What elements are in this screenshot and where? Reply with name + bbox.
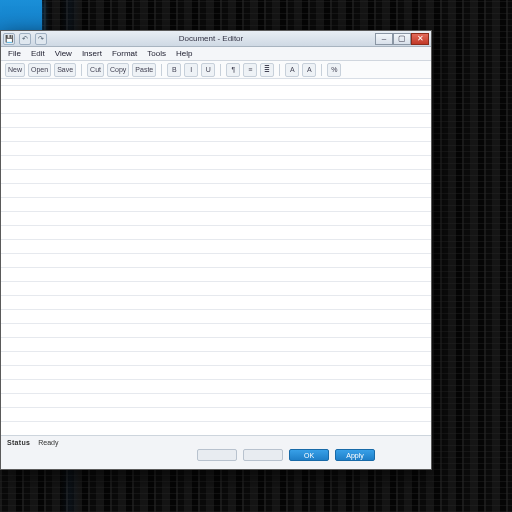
- footer-button-2[interactable]: [243, 449, 283, 461]
- save-button[interactable]: Save: [54, 63, 76, 77]
- menu-insert[interactable]: Insert: [79, 48, 105, 59]
- close-button[interactable]: ✕: [411, 33, 429, 45]
- apply-button[interactable]: Apply: [335, 449, 375, 461]
- bold-button[interactable]: B: [167, 63, 181, 77]
- window-controls: – ▢ ✕: [375, 33, 429, 45]
- open-button[interactable]: Open: [28, 63, 51, 77]
- font-increase-icon[interactable]: A: [285, 63, 299, 77]
- undo-icon[interactable]: ↶: [19, 33, 31, 45]
- minimize-button[interactable]: –: [375, 33, 393, 45]
- status-buttons: OK Apply: [197, 449, 375, 461]
- align-left-icon[interactable]: ≡: [243, 63, 257, 77]
- quick-access-toolbar: 💾 ↶ ↷: [3, 33, 47, 45]
- new-button[interactable]: New: [5, 63, 25, 77]
- window-title: Document - Editor: [47, 34, 375, 43]
- toolbar-separator: [321, 64, 322, 76]
- italic-button[interactable]: I: [184, 63, 198, 77]
- menu-edit[interactable]: Edit: [28, 48, 48, 59]
- toolbar: New Open Save Cut Copy Paste B I U ¶ ≡ ≣…: [1, 61, 431, 79]
- menu-help[interactable]: Help: [173, 48, 195, 59]
- paste-button[interactable]: Paste: [132, 63, 156, 77]
- font-decrease-icon[interactable]: A: [302, 63, 316, 77]
- menubar: File Edit View Insert Format Tools Help: [1, 47, 431, 61]
- toolbar-separator: [220, 64, 221, 76]
- status-secondary: Ready: [38, 439, 58, 446]
- copy-button[interactable]: Copy: [107, 63, 129, 77]
- menu-format[interactable]: Format: [109, 48, 140, 59]
- document-area[interactable]: [1, 79, 431, 435]
- menu-tools[interactable]: Tools: [144, 48, 169, 59]
- zoom-icon[interactable]: %: [327, 63, 341, 77]
- footer-button-1[interactable]: [197, 449, 237, 461]
- titlebar[interactable]: 💾 ↶ ↷ Document - Editor – ▢ ✕: [1, 31, 431, 47]
- paragraph-icon[interactable]: ¶: [226, 63, 240, 77]
- cut-button[interactable]: Cut: [87, 63, 104, 77]
- menu-view[interactable]: View: [52, 48, 75, 59]
- toolbar-separator: [81, 64, 82, 76]
- save-icon[interactable]: 💾: [3, 33, 15, 45]
- app-window: 💾 ↶ ↷ Document - Editor – ▢ ✕ File Edit …: [0, 30, 432, 470]
- statusbar: Status Ready OK Apply: [1, 435, 431, 469]
- toolbar-separator: [161, 64, 162, 76]
- maximize-button[interactable]: ▢: [393, 33, 411, 45]
- redo-icon[interactable]: ↷: [35, 33, 47, 45]
- menu-file[interactable]: File: [5, 48, 24, 59]
- underline-button[interactable]: U: [201, 63, 215, 77]
- ok-button[interactable]: OK: [289, 449, 329, 461]
- status-label: Status: [7, 439, 30, 446]
- toolbar-separator: [279, 64, 280, 76]
- align-justify-icon[interactable]: ≣: [260, 63, 274, 77]
